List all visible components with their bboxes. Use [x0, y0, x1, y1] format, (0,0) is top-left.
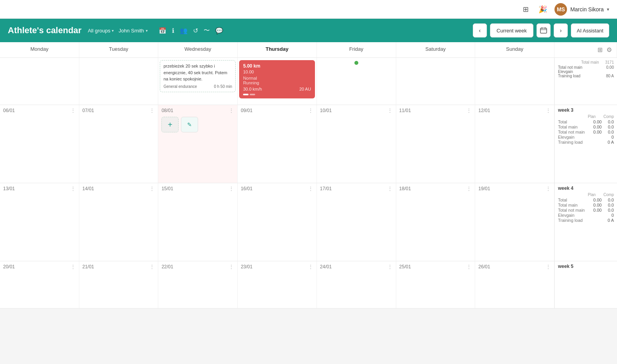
header-summary: ⊞ ⚙: [554, 42, 617, 57]
dot-1: [243, 94, 249, 95]
more-icon-wed-w5[interactable]: ⋮: [229, 264, 234, 270]
info-icon[interactable]: ℹ: [172, 27, 174, 34]
more-icon-thu-w4[interactable]: ⋮: [308, 186, 313, 192]
all-groups-filter[interactable]: All groups ▾: [88, 28, 114, 34]
more-icon-sun-w5[interactable]: ⋮: [545, 264, 551, 270]
more-icon-fri-w3[interactable]: ⋮: [387, 107, 393, 114]
date-row-tue-w4: 14/01 ⋮: [81, 185, 157, 193]
refresh-icon[interactable]: ↺: [193, 27, 198, 34]
date-sat-w4: 18/01: [399, 186, 411, 191]
more-icon-sun-w4[interactable]: ⋮: [545, 186, 551, 192]
date-row-sun-w3: 12/01 ⋮: [477, 107, 553, 115]
total-main-comp-w3: 0.0: [608, 125, 614, 129]
edit-activity-button[interactable]: ✎: [181, 117, 198, 132]
more-icon-thu-w5[interactable]: ⋮: [308, 264, 313, 270]
date-sun-w3: 12/01: [478, 108, 490, 113]
card-value2: 10.00: [243, 70, 260, 74]
more-icon-tue-w3[interactable]: ⋮: [149, 107, 155, 114]
all-groups-label: All groups: [88, 28, 111, 34]
more-icon-sat-w4[interactable]: ⋮: [466, 186, 472, 192]
party-icon[interactable]: 🎉: [537, 4, 548, 15]
more-icon-tue-w4[interactable]: ⋮: [149, 186, 155, 192]
more-icon-thu-w3[interactable]: ⋮: [308, 107, 313, 114]
training-load-val-w3: 0 A: [608, 140, 614, 145]
more-icon-mon-w4[interactable]: ⋮: [70, 186, 76, 192]
day-cell-wed-w3: 08/01 ⋮ + ✎: [158, 105, 238, 183]
training-card-endurance[interactable]: przebieżek 20 sek szybko i energicznie, …: [160, 60, 236, 92]
calendar-view-button[interactable]: [537, 23, 551, 37]
date-tue-w3: 07/01: [82, 108, 94, 113]
date-sat-w3: 11/01: [399, 108, 411, 113]
day-headers-row: Monday Tuesday Wednesday Thursday Friday…: [0, 42, 617, 58]
day-cell-fri-w4: 17/01 ⋮: [317, 183, 396, 261]
date-row-tue-w3: 07/01 ⋮: [81, 107, 157, 115]
more-icon-wed-w4[interactable]: ⋮: [229, 186, 234, 192]
card-text: przebieżek 20 sek szybko i energicznie, …: [163, 63, 232, 82]
week5-summary: week 5: [554, 261, 617, 308]
summary-elevgain-row-w4: Elevgain 0: [558, 213, 614, 218]
training-card-running[interactable]: 5.00 km 10.00 Normal Running 30.0 km/h 2…: [239, 60, 315, 98]
more-icon-sun-w3[interactable]: ⋮: [545, 107, 551, 114]
header-left: Athlete's calendar All groups ▾ John Smi…: [8, 25, 223, 36]
elevgain-label-w4: Elevgain: [558, 213, 574, 218]
day-cell-sun-w2: [475, 58, 554, 105]
date-row-thu-w4: 16/01 ⋮: [239, 185, 315, 193]
day-cell-tue-w3: 07/01 ⋮: [79, 105, 159, 183]
athlete-filter[interactable]: John Smith ▾: [118, 28, 147, 34]
date-row-sun-w4: 19/01 ⋮: [477, 185, 553, 193]
training-load-val-w4: 0 A: [608, 218, 614, 223]
week-row-partial: przebieżek 20 sek szybko i energicznie, …: [0, 58, 617, 105]
more-icon-fri-w4[interactable]: ⋮: [387, 186, 393, 192]
add-activity-button[interactable]: +: [161, 117, 179, 132]
total-not-main-label-w4: Total not main: [558, 208, 585, 212]
current-week-button[interactable]: Current week: [490, 23, 533, 37]
calendar-icon[interactable]: 📅: [159, 27, 166, 34]
week-5-row: 20/01 ⋮ 21/01 ⋮ 22/01 ⋮ 23/01 ⋮ 24/01: [0, 261, 617, 309]
date-wed-w4: 15/01: [161, 186, 173, 191]
trend-icon[interactable]: 〜: [204, 27, 210, 35]
date-row-wed-w5: 22/01 ⋮: [160, 263, 236, 271]
more-icon-mon-w5[interactable]: ⋮: [70, 264, 76, 270]
date-row-mon-w4: 13/01 ⋮: [2, 185, 77, 193]
user-info[interactable]: MS Marcin Sikora ▾: [554, 3, 609, 16]
date-fri-w3: 10/01: [320, 108, 332, 113]
svg-rect-0: [540, 28, 547, 33]
date-tue-w5: 21/01: [82, 264, 94, 269]
dot-2: [250, 94, 255, 95]
elevgain-label: Elevgain: [558, 70, 573, 74]
chat-icon[interactable]: 💬: [215, 27, 223, 34]
card-distance: 5.00 km: [243, 63, 260, 69]
more-icon-mon-w3[interactable]: ⋮: [70, 107, 76, 114]
total-not-main-val: 0.00: [606, 65, 614, 70]
total-not-main-comp-w4: 0.0: [608, 208, 614, 212]
athlete-label: John Smith: [118, 28, 144, 34]
grid-view-icon[interactable]: ⊞: [597, 46, 603, 54]
prev-week-button[interactable]: ‹: [473, 23, 487, 37]
day-cell-thu-w4: 16/01 ⋮: [238, 183, 317, 261]
comp-header-w4: Comp: [603, 193, 614, 197]
day-cell-sun-w4: 19/01 ⋮: [475, 183, 554, 261]
summary-main-row: Total main 0.00 0.0: [558, 125, 614, 129]
day-cell-thu-w5: 23/01 ⋮: [238, 261, 317, 308]
day-cell-fri-w3: 10/01 ⋮: [317, 105, 396, 183]
ai-assistant-button[interactable]: AI Assistant: [571, 23, 609, 37]
card-speed: 30.0 km/h: [243, 87, 262, 91]
more-icon-sat-w5[interactable]: ⋮: [466, 264, 472, 270]
more-icon-fri-w5[interactable]: ⋮: [387, 264, 393, 270]
date-row-mon-w3: 06/01 ⋮: [2, 107, 77, 115]
calendar-header: Athlete's calendar All groups ▾ John Smi…: [0, 19, 617, 42]
day-cell-tue-w5: 21/01 ⋮: [79, 261, 159, 308]
more-icon-sat-w3[interactable]: ⋮: [466, 107, 472, 114]
summary-not-main-row: Total not main 0.00 0.0: [558, 130, 614, 134]
total-label-w3: Total: [558, 120, 567, 124]
next-week-button[interactable]: ›: [554, 23, 568, 37]
date-row-sun-w5: 26/01 ⋮: [477, 263, 553, 271]
more-icon-tue-w5[interactable]: ⋮: [149, 264, 155, 270]
total-plan-w4: 0.00: [593, 198, 601, 202]
settings-icon[interactable]: ⚙: [606, 46, 612, 54]
users-icon[interactable]: 👥: [180, 27, 188, 34]
more-icon-wed-w3[interactable]: ⋮: [229, 107, 234, 114]
grid-icon[interactable]: ⊞: [520, 4, 531, 15]
date-row-thu-w3: 09/01 ⋮: [239, 107, 315, 115]
date-mon-w5: 20/01: [3, 264, 15, 269]
